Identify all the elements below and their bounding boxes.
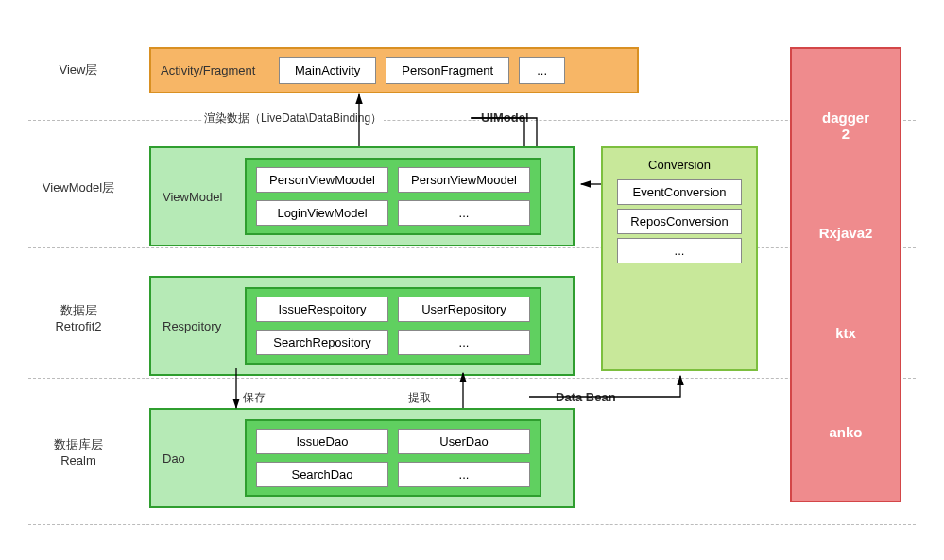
divider-4 [28, 524, 916, 525]
conv-item-1: ReposConversion [617, 209, 742, 234]
anno-extract: 提取 [406, 390, 433, 406]
divider-1 [28, 120, 916, 121]
conv-item-0: EventConversion [617, 179, 742, 205]
viewmodel-box: ViewModel PersonViewMoodel PersonViewMoo… [149, 146, 575, 246]
viewmodel-inner: PersonViewMoodel PersonViewMoodel LoginV… [245, 158, 541, 235]
viewmodel-head: ViewModel [163, 190, 233, 204]
side-item-3: anko [829, 424, 862, 440]
layer-label-view: View层 [26, 61, 130, 78]
cell-vm-0: PersonViewMoodel [256, 167, 388, 193]
view-box: Activity/Fragment MainActivity PersonFra… [149, 47, 639, 93]
dao-box: Dao IssueDao UserDao SearchDao ... [149, 408, 575, 508]
repo-head: Respoitory [163, 319, 233, 333]
conv-item-2: ... [617, 238, 742, 263]
cell-dao-1: UserDao [398, 429, 530, 454]
repo-box: Respoitory IssueRespoitory UserRepositor… [149, 276, 575, 376]
anno-render: 渲染数据（LiveData\DataBinding） [202, 110, 384, 127]
side-libs-box: dagger 2 Rxjava2 ktx anko [790, 47, 901, 502]
view-box-head: Activity/Fragment [161, 63, 269, 77]
anno-save: 保存 [241, 390, 267, 406]
conversion-title: Conversion [648, 158, 711, 172]
cell-repo-0: IssueRespoitory [256, 297, 388, 322]
cell-repo-1: UserRepository [398, 297, 530, 322]
cell-vm-2: LoginViewModel [256, 200, 388, 226]
side-item-0: dagger 2 [822, 110, 869, 142]
divider-2 [28, 247, 916, 248]
cell-repo-2: SearchRepository [256, 330, 388, 355]
layer-label-data: 数据层 Retrofit2 [26, 302, 130, 333]
dao-head: Dao [163, 451, 233, 466]
cell-vm-3: ... [398, 200, 530, 226]
cell-repo-3: ... [398, 330, 530, 355]
anno-databean: Data Bean [554, 390, 618, 404]
chip-main-activity: MainActivity [279, 57, 376, 84]
cell-dao-0: IssueDao [256, 429, 388, 454]
anno-uimodel: UIModel [479, 110, 531, 125]
conversion-box: Conversion EventConversion ReposConversi… [601, 146, 758, 371]
cell-vm-1: PersonViewMoodel [398, 167, 530, 193]
cell-dao-3: ... [398, 462, 530, 487]
dao-inner: IssueDao UserDao SearchDao ... [245, 419, 541, 497]
divider-3 [28, 378, 916, 379]
side-item-2: ktx [835, 325, 856, 341]
chip-person-fragment: PersonFragment [386, 57, 509, 84]
repo-inner: IssueRespoitory UserRepository SearchRep… [245, 287, 541, 365]
chip-view-more: ... [519, 57, 565, 84]
layer-label-viewmodel: ViewModel层 [26, 179, 130, 196]
side-item-1: Rxjava2 [819, 225, 873, 241]
layer-label-db: 数据库层 Realm [26, 436, 130, 467]
cell-dao-2: SearchDao [256, 462, 388, 487]
